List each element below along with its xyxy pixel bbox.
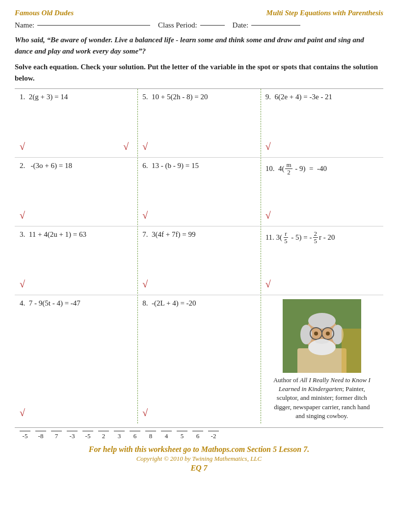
checkmark-8: √ xyxy=(142,407,148,419)
name-label: Name: xyxy=(15,21,34,29)
svg-point-7 xyxy=(308,313,336,329)
checkmark-6: √ xyxy=(142,210,148,221)
p11-frac1: r5 xyxy=(283,230,289,245)
problem-cell-5: 5. 10 + 5(2h - 8) = 20 √ xyxy=(137,89,260,158)
checkmark-11: √ xyxy=(265,279,271,290)
blank-value-2: -8 xyxy=(38,432,44,440)
blank-line xyxy=(161,431,172,431)
blank-item-7: 3 xyxy=(114,431,125,440)
blank-line xyxy=(114,431,125,431)
problem-cell-3: 3. 11 + 4(2u + 1) = 63 √ xyxy=(15,226,137,295)
class-period-line xyxy=(200,25,225,26)
footer-help: For help with this worksheet go to Matho… xyxy=(15,445,383,454)
checkmark-1: √ xyxy=(20,141,25,152)
p11-frac2: 25 xyxy=(313,230,318,245)
p10-pre: 10. 4( xyxy=(265,165,285,173)
header-right: Multi Step Equations with Parenthesis xyxy=(266,9,383,17)
blank-item-3: 7 xyxy=(51,431,62,440)
footer-copyright: Copyright © 2010 by Twining Mathematics,… xyxy=(15,455,383,463)
problem-8-eq: 8. -(2L + 4) = -20 xyxy=(142,299,255,308)
date-label: Date: xyxy=(233,21,248,29)
problem-cell-4: 4. 7 - 9(5t - 4) = -47 √ xyxy=(15,295,137,423)
problem-10-eq: 10. 4(m2 - 9) = -40 xyxy=(265,162,378,176)
blank-line xyxy=(130,431,140,431)
blank-value-8: 6 xyxy=(133,432,137,440)
problem-cell-7: 7. 3(4f + 7f) = 99 √ xyxy=(137,226,260,295)
blank-line xyxy=(145,431,156,431)
checkmark-3: √ xyxy=(20,279,25,290)
blank-item-13: -2 xyxy=(208,431,219,440)
instructions: Solve each equation. Check your solution… xyxy=(15,61,383,84)
blank-item-10: 4 xyxy=(161,431,172,440)
p10-frac: m2 xyxy=(285,162,292,176)
checkmark-1r: √ xyxy=(123,141,129,152)
problem-9-eq: 9. 6(2e + 4) = -3e - 21 xyxy=(265,93,378,101)
blank-value-7: 3 xyxy=(118,432,121,440)
checkmark-2: √ xyxy=(20,210,25,221)
svg-point-12 xyxy=(314,332,318,336)
problem-5-eq: 5. 10 + 5(2h - 8) = 20 xyxy=(142,93,255,101)
blank-item-8: 6 xyxy=(130,431,140,440)
caption-author-label: Author of xyxy=(273,376,300,384)
blank-item-1: -5 xyxy=(20,431,30,440)
blank-line xyxy=(35,431,46,431)
blank-value-9: 8 xyxy=(149,432,153,440)
name-row: Name: Class Period: Date: xyxy=(15,21,383,29)
problem-4-eq: 4. 7 - 9(5t - 4) = -47 xyxy=(20,299,133,308)
problem-cell-8: 8. -(2L + 4) = -20 √ xyxy=(137,295,260,423)
checkmark-5: √ xyxy=(142,141,148,152)
blank-line xyxy=(177,431,187,431)
blank-value-1: -5 xyxy=(23,432,28,440)
problem-cell-10: 10. 4(m2 - 9) = -40 √ xyxy=(261,158,383,226)
p10-post: - 9) = -40 xyxy=(293,165,327,173)
checkmark-9: √ xyxy=(265,141,271,152)
problem-3-eq: 3. 11 + 4(2u + 1) = 63 xyxy=(20,230,133,239)
blank-line xyxy=(51,431,62,431)
footer-eq: EQ 7 xyxy=(15,464,383,473)
blank-item-12: 6 xyxy=(192,431,203,440)
problem-2-eq: 2. -(3o + 6) = 18 xyxy=(20,162,133,170)
date-line xyxy=(251,25,300,26)
checkmark-4: √ xyxy=(20,407,25,419)
blank-value-11: 5 xyxy=(181,432,184,440)
blank-line xyxy=(98,431,109,431)
p11-num: 11. 3( xyxy=(265,233,282,242)
class-period-label: Class Period: xyxy=(158,21,197,29)
header: Famous Old Dudes Multi Step Equations wi… xyxy=(15,9,383,17)
quote-block: Who said, “Be aware of wonder. Live a ba… xyxy=(15,34,383,56)
svg-point-13 xyxy=(326,332,330,336)
blank-item-5: -5 xyxy=(82,431,93,440)
problem-6-eq: 6. 13 - (b - 9) = 15 xyxy=(142,162,255,170)
checkmark-10: √ xyxy=(265,210,271,221)
problem-cell-1: 1. 2(g + 3) = 14 √ √ xyxy=(15,89,137,158)
problem-cell-9: 9. 6(2e + 4) = -3e - 21 √ xyxy=(261,89,383,158)
blank-item-4: -3 xyxy=(67,431,78,440)
problems-grid: 1. 2(g + 3) = 14 √ √ 5. 10 + 5(2h - 8) =… xyxy=(15,88,383,423)
photo-caption-area: Author of All I Really Need to Know I Le… xyxy=(261,295,383,423)
svg-rect-14 xyxy=(342,329,361,373)
blank-line xyxy=(67,431,78,431)
blank-item-2: -8 xyxy=(35,431,46,440)
blank-item-9: 8 xyxy=(145,431,156,440)
blank-line xyxy=(208,431,219,431)
blank-line xyxy=(82,431,93,431)
svg-point-11 xyxy=(315,339,329,344)
caption-text: Author of All I Really Need to Know I Le… xyxy=(270,376,373,420)
problem-7-eq: 7. 3(4f + 7f) = 99 xyxy=(142,230,255,239)
blank-value-4: -3 xyxy=(70,432,75,440)
problem-cell-2: 2. -(3o + 6) = 18 √ xyxy=(15,158,137,226)
blank-line xyxy=(192,431,203,431)
problem-cell-6: 6. 13 - (b - 9) = 15 √ xyxy=(137,158,260,226)
person-photo xyxy=(283,299,361,373)
name-line xyxy=(37,25,150,26)
problem-11-eq: 11. 3(r5 - 5) = -25r - 20 xyxy=(265,230,378,245)
blank-line xyxy=(20,431,30,431)
blank-item-11: 5 xyxy=(177,431,187,440)
blank-value-13: -2 xyxy=(211,432,216,440)
problem-1-eq: 1. 2(g + 3) = 14 xyxy=(20,93,133,101)
blank-value-5: -5 xyxy=(85,432,91,440)
blank-value-3: 7 xyxy=(55,432,58,440)
blank-value-12: 6 xyxy=(196,432,200,440)
p11-post: r - 20 xyxy=(319,233,335,242)
p11-mid: - 5) = - xyxy=(290,233,312,242)
